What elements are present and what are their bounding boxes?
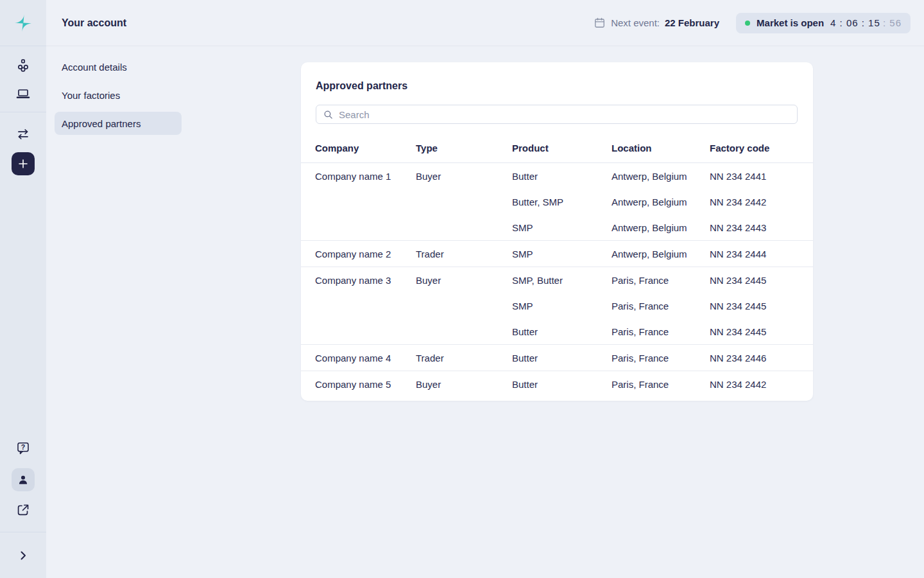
countdown-secondary: : 56 bbox=[883, 17, 902, 28]
main-content: Account details Your factories Approved … bbox=[46, 46, 924, 578]
calendar-icon bbox=[594, 17, 606, 29]
laptop-icon[interactable] bbox=[9, 80, 37, 108]
market-status-text: Market is open bbox=[757, 17, 824, 28]
location-cell: Antwerp, Belgium bbox=[612, 189, 710, 215]
type-cell: Trader bbox=[416, 345, 512, 371]
factory-code-cell: NN 234 2441 bbox=[710, 163, 799, 189]
factory-code-cell: NN 234 2442 bbox=[710, 371, 799, 397]
company-cell: Company name 3 bbox=[315, 267, 416, 293]
sparkle-logo-icon bbox=[13, 13, 33, 33]
table-group: Company name 2TraderSMPAntwerp, BelgiumN… bbox=[301, 241, 813, 267]
cluster-icon[interactable] bbox=[9, 51, 37, 80]
factory-code-cell: NN 234 2445 bbox=[710, 319, 799, 344]
table-group: Company name 5BuyerButterParis, FranceNN… bbox=[301, 371, 813, 397]
product-cell: Butter bbox=[512, 371, 612, 397]
company-cell: Company name 1 bbox=[315, 163, 416, 189]
table-header-row: Company Type Product Location Factory co… bbox=[301, 124, 813, 163]
header-right: Next event: 22 February Market is open 4… bbox=[594, 13, 911, 33]
col-header-location: Location bbox=[612, 143, 710, 153]
profile-button[interactable] bbox=[12, 468, 35, 491]
next-event-value: 22 February bbox=[665, 17, 719, 28]
table-group: Company name 3BuyerSMP, ButterParis, Fra… bbox=[301, 267, 813, 345]
product-cell: SMP bbox=[512, 293, 612, 319]
market-open-dot-icon bbox=[745, 21, 750, 26]
sidebar-section-top bbox=[0, 46, 46, 112]
market-countdown: 4 : 06 : 15 : 56 bbox=[830, 17, 902, 28]
factory-code-cell: NN 234 2443 bbox=[710, 215, 799, 240]
profile-icon bbox=[16, 473, 30, 487]
search-icon bbox=[323, 109, 334, 120]
product-cell: SMP bbox=[512, 215, 612, 240]
sidebar-section-bottom: ? bbox=[0, 434, 46, 578]
location-cell: Antwerp, Belgium bbox=[612, 215, 710, 240]
add-button[interactable] bbox=[12, 152, 35, 175]
type-cell: Buyer bbox=[416, 371, 512, 397]
nav-item-approved-partners[interactable]: Approved partners bbox=[55, 112, 182, 135]
search-input[interactable] bbox=[339, 109, 791, 120]
location-cell: Antwerp, Belgium bbox=[612, 163, 710, 189]
account-nav: Account details Your factories Approved … bbox=[55, 55, 182, 135]
table-group: Company name 4TraderButterParis, FranceN… bbox=[301, 345, 813, 371]
location-cell: Paris, France bbox=[612, 319, 710, 344]
col-header-factory-code: Factory code bbox=[710, 143, 799, 153]
nav-item-your-factories[interactable]: Your factories bbox=[55, 83, 182, 107]
product-cell: Butter bbox=[512, 163, 612, 189]
col-header-type: Type bbox=[416, 143, 512, 153]
top-header: Your account Next event: 22 February Mar… bbox=[46, 0, 924, 46]
next-event: Next event: 22 February bbox=[594, 17, 719, 29]
product-cell: SMP bbox=[512, 241, 612, 267]
next-event-label: Next event: bbox=[611, 17, 660, 28]
collapse-sidebar-button[interactable] bbox=[0, 532, 46, 578]
col-header-product: Product bbox=[512, 143, 612, 153]
factory-code-cell: NN 234 2442 bbox=[710, 189, 799, 215]
sidebar-section-mid bbox=[0, 112, 46, 175]
help-icon[interactable]: ? bbox=[9, 434, 37, 462]
external-link-icon[interactable] bbox=[9, 496, 37, 524]
factory-code-cell: NN 234 2445 bbox=[710, 293, 799, 319]
type-cell: Buyer bbox=[416, 267, 512, 293]
search-box bbox=[316, 105, 798, 124]
factory-code-cell: NN 234 2444 bbox=[710, 241, 799, 267]
product-cell: SMP, Butter bbox=[512, 267, 612, 293]
location-cell: Paris, France bbox=[612, 345, 710, 371]
product-cell: Butter, SMP bbox=[512, 189, 612, 215]
icon-sidebar: ? bbox=[0, 0, 46, 578]
product-cell: Butter bbox=[512, 345, 612, 371]
chevron-right-icon bbox=[17, 550, 29, 561]
location-cell: Paris, France bbox=[612, 267, 710, 293]
approved-partners-card: Approved partners Company Type Product L… bbox=[301, 62, 813, 401]
app-logo[interactable] bbox=[0, 0, 46, 46]
type-cell: Trader bbox=[416, 241, 512, 267]
type-cell: Buyer bbox=[416, 163, 512, 189]
location-cell: Paris, France bbox=[612, 293, 710, 319]
location-cell: Paris, France bbox=[612, 371, 710, 397]
nav-item-account-details[interactable]: Account details bbox=[55, 55, 182, 78]
col-header-company: Company bbox=[315, 143, 416, 153]
location-cell: Antwerp, Belgium bbox=[612, 241, 710, 267]
product-cell: Butter bbox=[512, 319, 612, 344]
table-group: Company name 1BuyerButterAntwerp, Belgiu… bbox=[301, 163, 813, 241]
svg-text:?: ? bbox=[21, 443, 25, 451]
countdown-primary: 4 : 06 : 15 bbox=[830, 17, 880, 28]
transfer-icon[interactable] bbox=[9, 120, 37, 148]
company-cell: Company name 4 bbox=[315, 345, 416, 371]
factory-code-cell: NN 234 2445 bbox=[710, 267, 799, 293]
market-status-badge: Market is open 4 : 06 : 15 : 56 bbox=[736, 13, 911, 33]
partners-table-body: Company name 1BuyerButterAntwerp, Belgiu… bbox=[301, 163, 813, 397]
company-cell: Company name 2 bbox=[315, 241, 416, 267]
company-cell: Company name 5 bbox=[315, 371, 416, 397]
page-title: Your account bbox=[62, 17, 126, 29]
factory-code-cell: NN 234 2446 bbox=[710, 345, 799, 371]
card-title: Approved partners bbox=[316, 80, 798, 92]
